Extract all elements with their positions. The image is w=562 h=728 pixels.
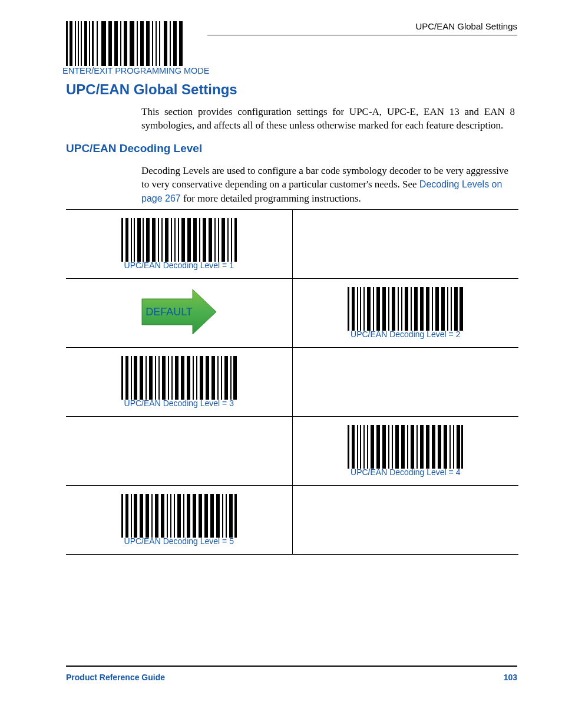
svg-rect-82: [149, 356, 153, 400]
svg-rect-118: [426, 425, 429, 469]
svg-rect-53: [357, 287, 358, 331]
svg-rect-46: [218, 218, 219, 262]
svg-rect-69: [432, 287, 433, 331]
barcode-label: UPC/EAN Decoding Level = 4: [348, 467, 463, 477]
svg-rect-101: [348, 425, 349, 469]
svg-rect-86: [168, 356, 169, 400]
page: UPC/EAN Global Settings ENTER/EXIT PROGR…: [0, 0, 562, 728]
svg-rect-78: [131, 356, 132, 400]
svg-rect-95: [211, 356, 215, 400]
svg-rect-98: [224, 356, 228, 400]
svg-rect-15: [137, 21, 138, 66]
svg-rect-148: [229, 494, 233, 538]
svg-rect-88: [175, 356, 178, 400]
svg-rect-8: [97, 21, 98, 66]
svg-rect-89: [181, 356, 184, 400]
svg-rect-3: [78, 21, 79, 66]
intro-paragraph: This section provides configuration sett…: [141, 105, 515, 133]
svg-rect-28: [134, 218, 135, 262]
svg-rect-21: [164, 21, 167, 66]
svg-rect-31: [146, 218, 150, 262]
svg-rect-128: [131, 494, 132, 538]
svg-rect-9: [101, 21, 106, 66]
svg-rect-56: [367, 287, 371, 331]
svg-rect-40: [187, 218, 191, 262]
cell-level-4: UPC/EAN Decoding Level = 4: [292, 417, 518, 486]
svg-rect-144: [210, 494, 214, 538]
svg-rect-22: [170, 21, 171, 66]
svg-rect-100: [233, 356, 237, 400]
svg-rect-149: [234, 494, 237, 538]
svg-rect-137: [174, 494, 175, 538]
svg-rect-146: [222, 494, 223, 538]
svg-rect-113: [401, 425, 405, 469]
svg-rect-48: [227, 218, 229, 262]
svg-rect-87: [171, 356, 173, 400]
cell-level-5: UPC/EAN Decoding Level = 5: [66, 486, 292, 555]
svg-rect-107: [371, 425, 374, 469]
svg-rect-66: [414, 287, 418, 331]
svg-rect-124: [457, 425, 460, 469]
svg-rect-83: [155, 356, 156, 400]
svg-rect-14: [130, 21, 134, 66]
default-arrow-icon: DEFAULT: [141, 289, 217, 337]
svg-rect-91: [193, 356, 194, 400]
svg-rect-112: [395, 425, 399, 469]
svg-rect-122: [449, 425, 451, 469]
svg-rect-51: [348, 287, 349, 331]
svg-rect-70: [435, 287, 439, 331]
footer-rule: [66, 666, 517, 667]
cell-default: DEFAULT: [66, 279, 292, 348]
svg-rect-32: [152, 218, 156, 262]
svg-rect-65: [411, 287, 412, 331]
svg-rect-139: [183, 494, 184, 538]
svg-rect-121: [444, 425, 447, 469]
svg-rect-60: [388, 287, 389, 331]
svg-rect-76: [121, 356, 123, 400]
barcode-label: UPC/EAN Decoding Level = 2: [348, 330, 463, 339]
svg-rect-35: [165, 218, 168, 262]
svg-rect-115: [411, 425, 414, 469]
barcode-label: UPC/EAN Decoding Level = 3: [121, 398, 237, 408]
svg-rect-71: [441, 287, 445, 331]
svg-rect-2: [75, 21, 76, 66]
svg-rect-97: [221, 356, 222, 400]
svg-rect-135: [167, 494, 168, 538]
svg-rect-93: [200, 356, 203, 400]
programming-mode-barcode: [66, 21, 183, 66]
svg-rect-84: [158, 356, 160, 400]
svg-rect-145: [216, 494, 220, 538]
svg-rect-24: [179, 21, 183, 66]
svg-rect-29: [137, 218, 141, 262]
svg-rect-80: [140, 356, 143, 400]
svg-rect-90: [187, 356, 190, 400]
svg-rect-130: [140, 494, 143, 538]
svg-rect-105: [363, 425, 365, 469]
svg-rect-54: [360, 287, 361, 331]
svg-rect-68: [426, 287, 429, 331]
svg-rect-27: [131, 218, 132, 262]
svg-rect-18: [152, 21, 153, 66]
svg-rect-142: [199, 494, 202, 538]
svg-rect-17: [146, 21, 150, 66]
svg-rect-123: [453, 425, 454, 469]
cell-empty: [292, 210, 518, 279]
svg-rect-103: [357, 425, 358, 469]
svg-rect-106: [367, 425, 368, 469]
svg-rect-129: [134, 494, 137, 538]
svg-rect-74: [454, 287, 458, 331]
svg-rect-6: [89, 21, 90, 66]
svg-rect-45: [214, 218, 216, 262]
svg-rect-59: [382, 287, 386, 331]
svg-rect-5: [84, 21, 87, 66]
barcode-label: UPC/EAN Decoding Level = 5: [121, 536, 237, 546]
svg-rect-10: [108, 21, 112, 66]
svg-rect-11: [114, 21, 118, 66]
page-number: 103: [504, 673, 517, 682]
svg-rect-131: [146, 494, 149, 538]
svg-rect-7: [92, 21, 94, 66]
svg-rect-79: [134, 356, 137, 400]
svg-rect-16: [140, 21, 144, 66]
decoding-level-paragraph: Decoding Levels are used to configure a …: [141, 164, 515, 205]
svg-rect-75: [459, 287, 463, 331]
